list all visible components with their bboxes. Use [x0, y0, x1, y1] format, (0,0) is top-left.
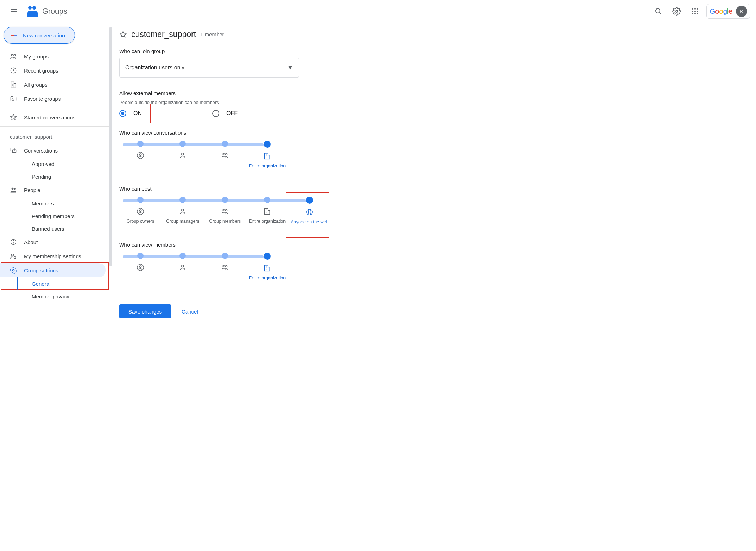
slider-step-group-managers[interactable] — [161, 253, 204, 286]
scroll-indicator[interactable] — [109, 27, 112, 266]
slider-step-group-owners[interactable] — [119, 141, 161, 174]
svg-point-61 — [182, 265, 184, 267]
svg-point-49 — [223, 209, 225, 211]
slider-step-group-members[interactable] — [204, 141, 246, 174]
nav-pending-members[interactable]: Pending members — [0, 210, 109, 222]
allow-external-label: Allow external members — [119, 90, 745, 96]
slider-step-entire-org[interactable]: Entire organization — [246, 141, 288, 174]
cancel-button[interactable]: Cancel — [182, 309, 198, 315]
building-icon — [263, 208, 271, 215]
svg-point-38 — [182, 153, 184, 155]
nav-general[interactable]: General — [0, 277, 109, 290]
new-conversation-button[interactable]: New conversation — [4, 27, 75, 44]
view-conversations-label: Who can view conversations — [119, 130, 745, 136]
chevron-down-icon: ▼ — [287, 64, 293, 71]
star-group-button[interactable] — [119, 31, 127, 38]
slider-step-group-members[interactable] — [204, 253, 246, 286]
person-circle-icon — [136, 208, 144, 215]
new-conversation-label: New conversation — [23, 32, 65, 38]
app-header: Groups Google K — [0, 0, 756, 23]
settings-button[interactable] — [670, 4, 684, 18]
people-icon — [221, 264, 229, 271]
nav-approved[interactable]: Approved — [0, 157, 109, 170]
slider-step-group-owners[interactable] — [119, 253, 161, 286]
svg-point-60 — [139, 266, 141, 268]
svg-rect-17 — [11, 35, 14, 36]
svg-point-8 — [692, 11, 693, 12]
slider-step-group-managers[interactable]: Group managers — [161, 197, 204, 230]
svg-point-29 — [14, 188, 16, 190]
svg-point-62 — [223, 265, 225, 267]
apps-button[interactable] — [688, 4, 702, 18]
svg-point-50 — [226, 209, 227, 211]
account-widget[interactable]: Google K — [706, 4, 750, 19]
who-can-join-select[interactable]: Organization users only ▼ — [119, 58, 299, 78]
nav-starred-conversations[interactable]: Starred conversations — [0, 110, 106, 124]
app-logo[interactable]: Groups — [25, 5, 67, 18]
nav-people[interactable]: People — [0, 183, 106, 197]
main-menu-button[interactable] — [6, 3, 23, 20]
svg-point-35 — [13, 270, 14, 271]
person-icon — [179, 208, 187, 215]
person-icon — [179, 264, 187, 271]
sidebar: New conversation My groups Recent groups… — [0, 23, 109, 340]
slider-step-entire-org[interactable]: Entire organization — [246, 197, 288, 230]
google-logo: Google — [709, 7, 732, 16]
person-icon — [179, 151, 187, 159]
info-icon — [10, 239, 17, 246]
svg-rect-52 — [268, 210, 270, 214]
person-circle-icon — [136, 264, 144, 271]
nav-about[interactable]: About — [0, 235, 106, 249]
svg-point-28 — [12, 188, 14, 190]
external-on-radio[interactable]: ON — [119, 110, 142, 117]
svg-rect-65 — [268, 267, 270, 271]
svg-point-12 — [694, 13, 696, 14]
divider — [119, 298, 444, 298]
nav-group-settings[interactable]: Group settings — [0, 263, 106, 277]
svg-point-37 — [139, 154, 141, 156]
nav-pending[interactable]: Pending — [0, 170, 109, 183]
avatar[interactable]: K — [736, 6, 747, 17]
svg-line-3 — [659, 12, 661, 14]
who-can-post-slider[interactable]: Group owners Group managers Group member… — [119, 197, 331, 230]
slider-step-group-managers[interactable] — [161, 141, 204, 174]
nav-my-groups[interactable]: My groups — [0, 49, 106, 63]
slider-step-group-members[interactable]: Group members — [204, 197, 246, 230]
view-conversations-slider[interactable]: Entire organization — [119, 141, 288, 174]
nav-recent-groups[interactable]: Recent groups — [0, 63, 106, 78]
svg-point-9 — [694, 11, 696, 12]
nav-all-groups[interactable]: All groups — [0, 78, 106, 92]
who-can-join-label: Who can join group — [119, 48, 745, 54]
search-button[interactable] — [651, 4, 665, 18]
slider-step-anyone-web[interactable]: Anyone on the web — [288, 197, 331, 230]
apps-grid-icon — [691, 8, 699, 15]
view-members-label: Who can view members — [119, 242, 745, 248]
people-icon — [10, 53, 17, 60]
svg-point-63 — [226, 265, 227, 267]
nav-banned-users[interactable]: Banned users — [0, 222, 109, 235]
svg-point-32 — [13, 240, 14, 241]
nav-member-privacy[interactable]: Member privacy — [0, 290, 109, 303]
external-off-radio[interactable]: OFF — [212, 110, 238, 117]
gear-outline-icon — [10, 267, 17, 274]
people-icon — [221, 208, 229, 215]
svg-rect-14 — [14, 32, 14, 35]
who-can-join-value: Organization users only — [125, 64, 184, 71]
slider-step-entire-org[interactable]: Entire organization — [246, 253, 288, 286]
nav-my-membership-settings[interactable]: My membership settings — [0, 249, 106, 263]
svg-point-4 — [676, 10, 678, 12]
nav-conversations[interactable]: Conversations — [0, 143, 106, 157]
star-outline-icon — [10, 114, 17, 121]
slider-step-group-owners[interactable]: Group owners — [119, 197, 161, 230]
who-can-post-label: Who can post — [119, 186, 745, 192]
svg-rect-15 — [14, 35, 17, 36]
svg-point-0 — [28, 6, 32, 10]
nav-favorite-groups[interactable]: Favorite groups — [0, 92, 106, 106]
person-circle-icon — [136, 151, 144, 159]
nav-members[interactable]: Members — [0, 197, 109, 210]
person-gear-icon — [10, 253, 17, 260]
save-changes-button[interactable]: Save changes — [119, 304, 171, 318]
svg-point-5 — [692, 8, 693, 10]
view-members-slider[interactable]: Entire organization — [119, 253, 288, 286]
plus-icon — [10, 31, 18, 39]
